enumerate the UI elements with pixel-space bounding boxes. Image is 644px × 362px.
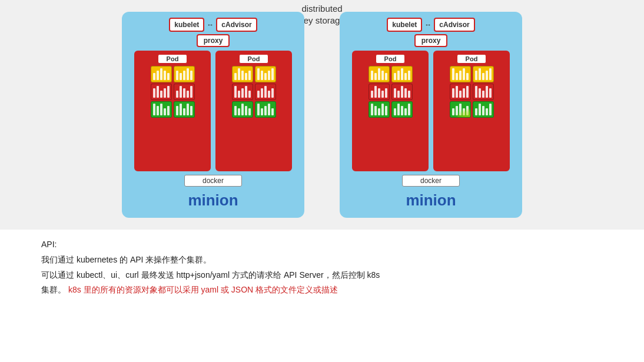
right-pod2-container1	[450, 66, 471, 118]
right-bar-red-4	[473, 84, 494, 100]
right-pod2-label: Pod	[457, 54, 487, 64]
right-bar-green-2	[391, 101, 413, 118]
right-pod1-container2	[391, 66, 413, 118]
text-area: API: 我们通过 kubernetes 的 API 来操作整个集群。 可以通过…	[0, 230, 644, 362]
left-pod1: Pod	[134, 51, 211, 171]
bar-yellow-3	[232, 66, 253, 82]
right-docker: docker	[402, 175, 460, 187]
left-pod2-label: Pod	[239, 54, 269, 64]
text-line3-normal: 集群。	[41, 285, 66, 294]
right-arrow: ↔	[424, 21, 431, 29]
right-cadvisor: cAdvisor	[434, 18, 474, 32]
bar-yellow-4	[255, 66, 276, 82]
bar-green-3	[232, 101, 253, 118]
right-bar-yellow-2	[391, 66, 413, 82]
main-container: distributed key storage kubelet ↔ cAdvis…	[0, 0, 644, 362]
diagram-area: distributed key storage kubelet ↔ cAdvis…	[0, 0, 644, 230]
right-bar-yellow-3	[450, 66, 471, 82]
left-top-row: kubelet ↔ cAdvisor	[169, 18, 257, 32]
left-cadvisor: cAdvisor	[216, 18, 257, 32]
bar-green-2	[174, 101, 195, 118]
right-pod2-containers	[450, 66, 494, 118]
left-pod2-container1	[232, 66, 253, 118]
left-pod2-container2	[255, 66, 276, 118]
bar-green-4	[255, 101, 276, 118]
right-top-row: kubelet ↔ cAdvisor	[387, 18, 474, 32]
left-minion-node: kubelet ↔ cAdvisor proxy Pod	[122, 12, 304, 218]
bar-red-4	[255, 84, 276, 100]
left-arrow: ↔	[207, 21, 214, 29]
right-bar-yellow-1	[369, 66, 390, 82]
right-bar-green-4	[473, 101, 494, 118]
right-minion-node: kubelet ↔ cAdvisor proxy Pod	[340, 12, 522, 218]
right-bar-green-3	[450, 101, 471, 118]
text-line2: 可以通过 kubectl、ui、curl 最终发送 http+json/yaml…	[41, 268, 603, 283]
right-bar-red-3	[450, 84, 471, 100]
bar-yellow-1	[151, 66, 172, 82]
distributed-label: distributed	[299, 3, 345, 15]
bar-green-1	[151, 101, 172, 118]
bar-red-1	[151, 84, 172, 100]
right-kubelet: kubelet	[387, 18, 422, 32]
api-label: API:	[41, 238, 603, 252]
text-line3-red: k8s 里的所有的资源对象都可以采用 yaml 或 JSON 格式的文件定义或描…	[68, 285, 338, 294]
right-pods-row: Pod	[352, 51, 510, 171]
bar-red-2	[174, 84, 195, 100]
right-pod1-label: Pod	[376, 54, 406, 64]
left-pod2: Pod	[215, 51, 292, 171]
text-line3: 集群。 k8s 里的所有的资源对象都可以采用 yaml 或 JSON 格式的文件…	[41, 283, 603, 297]
left-kubelet: kubelet	[169, 18, 204, 32]
left-minion-label: minion	[188, 191, 238, 210]
text-line1: 我们通过 kubernetes 的 API 来操作整个集群。	[41, 253, 603, 267]
right-pod2-container2	[473, 66, 494, 118]
bar-red-3	[232, 84, 253, 100]
left-pod1-container2	[174, 66, 195, 118]
left-pod1-containers	[151, 66, 195, 118]
left-proxy: proxy	[197, 34, 230, 47]
right-proxy-row: proxy	[414, 34, 448, 47]
bar-yellow-2	[174, 66, 195, 82]
right-proxy: proxy	[414, 34, 448, 47]
left-proxy-row: proxy	[197, 34, 230, 47]
right-bar-red-2	[391, 84, 413, 100]
right-pod1-container1	[369, 66, 390, 118]
left-pod1-label: Pod	[158, 54, 188, 64]
left-docker: docker	[184, 175, 242, 187]
right-pod1-containers	[369, 66, 413, 118]
right-minion-label: minion	[406, 191, 456, 210]
right-bar-red-1	[369, 84, 390, 100]
right-pod1: Pod	[352, 51, 429, 171]
left-pods-row: Pod	[134, 51, 292, 171]
key-storage-label: key storage	[299, 15, 345, 26]
right-pod2: Pod	[433, 51, 510, 171]
center-label: distributed key storage	[299, 3, 345, 26]
right-bar-green-1	[369, 101, 390, 118]
right-bar-yellow-4	[473, 66, 494, 82]
left-pod2-containers	[232, 66, 276, 118]
left-pod1-container1	[151, 66, 172, 118]
